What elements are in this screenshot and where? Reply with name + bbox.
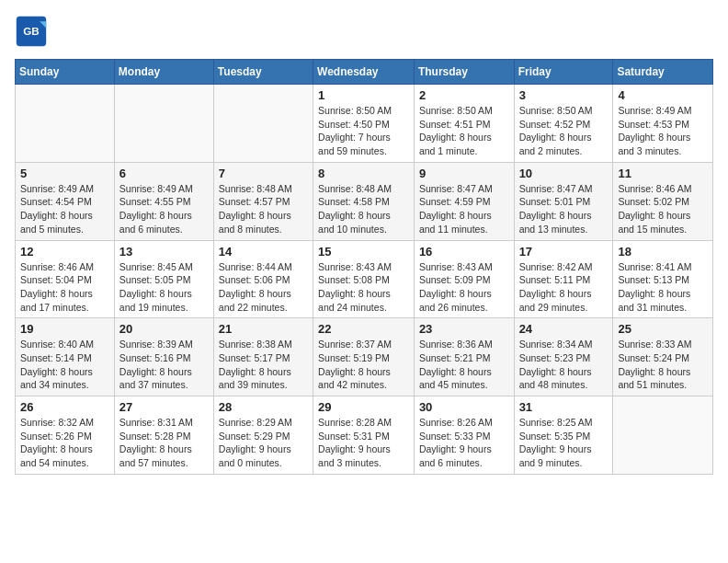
day-cell: 12Sunrise: 8:46 AM Sunset: 5:04 PM Dayli… [16,240,115,318]
day-info: Sunrise: 8:47 AM Sunset: 5:01 PM Dayligh… [519,182,609,236]
day-number: 18 [618,245,708,259]
day-info: Sunrise: 8:26 AM Sunset: 5:33 PM Dayligh… [419,416,509,470]
day-info: Sunrise: 8:50 AM Sunset: 4:52 PM Dayligh… [519,104,609,158]
day-info: Sunrise: 8:25 AM Sunset: 5:35 PM Dayligh… [519,416,609,470]
day-number: 7 [219,167,308,180]
day-info: Sunrise: 8:48 AM Sunset: 4:58 PM Dayligh… [318,182,409,236]
day-cell: 28Sunrise: 8:29 AM Sunset: 5:29 PM Dayli… [213,396,313,475]
day-number: 20 [119,322,209,336]
day-info: Sunrise: 8:36 AM Sunset: 5:21 PM Dayligh… [419,338,509,392]
day-info: Sunrise: 8:38 AM Sunset: 5:17 PM Dayligh… [219,338,308,392]
logo: GB [15,15,51,48]
day-info: Sunrise: 8:31 AM Sunset: 5:28 PM Dayligh… [119,416,209,470]
day-number: 14 [219,245,308,259]
day-info: Sunrise: 8:37 AM Sunset: 5:19 PM Dayligh… [318,338,409,392]
day-cell: 7Sunrise: 8:48 AM Sunset: 4:57 PM Daylig… [213,162,313,240]
day-cell [613,396,713,475]
day-number: 23 [419,322,509,336]
day-info: Sunrise: 8:50 AM Sunset: 4:51 PM Dayligh… [419,104,509,158]
day-number: 2 [419,88,509,102]
day-info: Sunrise: 8:41 AM Sunset: 5:13 PM Dayligh… [618,260,708,315]
weekday-header: Tuesday [213,60,313,85]
week-row: 26Sunrise: 8:32 AM Sunset: 5:26 PM Dayli… [16,396,713,475]
day-cell: 9Sunrise: 8:47 AM Sunset: 4:59 PM Daylig… [414,162,514,240]
day-number: 6 [119,167,209,180]
day-info: Sunrise: 8:50 AM Sunset: 4:50 PM Dayligh… [318,104,409,158]
day-number: 8 [318,167,409,180]
day-number: 31 [519,400,609,414]
day-number: 21 [219,322,308,336]
day-number: 29 [318,400,409,414]
day-number: 19 [20,322,109,336]
day-cell: 18Sunrise: 8:41 AM Sunset: 5:13 PM Dayli… [613,240,713,318]
day-info: Sunrise: 8:46 AM Sunset: 5:02 PM Dayligh… [618,182,708,236]
day-cell: 1Sunrise: 8:50 AM Sunset: 4:50 PM Daylig… [313,85,415,163]
day-cell: 15Sunrise: 8:43 AM Sunset: 5:08 PM Dayli… [313,240,415,318]
weekday-header: Saturday [613,60,713,85]
day-number: 24 [519,322,609,336]
calendar-table: SundayMondayTuesdayWednesdayThursdayFrid… [15,59,713,475]
day-cell: 3Sunrise: 8:50 AM Sunset: 4:52 PM Daylig… [514,85,613,163]
day-cell: 31Sunrise: 8:25 AM Sunset: 5:35 PM Dayli… [514,396,613,475]
day-number: 26 [20,400,109,414]
day-number: 13 [119,245,209,259]
weekday-header: Wednesday [313,60,415,85]
day-cell: 8Sunrise: 8:48 AM Sunset: 4:58 PM Daylig… [313,162,415,240]
day-number: 16 [419,245,509,259]
day-info: Sunrise: 8:49 AM Sunset: 4:54 PM Dayligh… [20,182,109,236]
day-info: Sunrise: 8:43 AM Sunset: 5:08 PM Dayligh… [318,260,409,315]
day-cell: 11Sunrise: 8:46 AM Sunset: 5:02 PM Dayli… [613,162,713,240]
day-cell: 19Sunrise: 8:40 AM Sunset: 5:14 PM Dayli… [16,318,115,396]
day-number: 22 [318,322,409,336]
header: GB [15,15,713,48]
week-row: 19Sunrise: 8:40 AM Sunset: 5:14 PM Dayli… [16,318,713,396]
day-cell: 22Sunrise: 8:37 AM Sunset: 5:19 PM Dayli… [313,318,415,396]
day-number: 11 [618,167,708,180]
day-cell [16,85,115,163]
weekday-header: Friday [514,60,613,85]
weekday-header: Thursday [414,60,514,85]
day-cell: 27Sunrise: 8:31 AM Sunset: 5:28 PM Dayli… [114,396,213,475]
day-number: 4 [618,88,708,102]
day-number: 28 [219,400,308,414]
day-info: Sunrise: 8:40 AM Sunset: 5:14 PM Dayligh… [20,338,109,392]
day-cell: 30Sunrise: 8:26 AM Sunset: 5:33 PM Dayli… [414,396,514,475]
weekday-header: Monday [114,60,213,85]
week-row: 1Sunrise: 8:50 AM Sunset: 4:50 PM Daylig… [16,85,713,163]
day-cell: 6Sunrise: 8:49 AM Sunset: 4:55 PM Daylig… [114,162,213,240]
day-cell: 16Sunrise: 8:43 AM Sunset: 5:09 PM Dayli… [414,240,514,318]
day-number: 27 [119,400,209,414]
svg-text:GB: GB [23,25,40,37]
day-info: Sunrise: 8:49 AM Sunset: 4:55 PM Dayligh… [119,182,209,236]
day-cell: 26Sunrise: 8:32 AM Sunset: 5:26 PM Dayli… [16,396,115,475]
day-cell: 21Sunrise: 8:38 AM Sunset: 5:17 PM Dayli… [213,318,313,396]
day-cell: 2Sunrise: 8:50 AM Sunset: 4:51 PM Daylig… [414,85,514,163]
day-info: Sunrise: 8:33 AM Sunset: 5:24 PM Dayligh… [618,338,708,392]
day-info: Sunrise: 8:49 AM Sunset: 4:53 PM Dayligh… [618,104,708,158]
day-info: Sunrise: 8:47 AM Sunset: 4:59 PM Dayligh… [419,182,509,236]
day-info: Sunrise: 8:48 AM Sunset: 4:57 PM Dayligh… [219,182,308,236]
day-info: Sunrise: 8:46 AM Sunset: 5:04 PM Dayligh… [20,260,109,315]
day-cell [114,85,213,163]
day-cell: 10Sunrise: 8:47 AM Sunset: 5:01 PM Dayli… [514,162,613,240]
day-number: 5 [20,167,109,180]
day-number: 17 [519,245,609,259]
week-row: 12Sunrise: 8:46 AM Sunset: 5:04 PM Dayli… [16,240,713,318]
day-number: 10 [519,167,609,180]
day-number: 1 [318,88,409,102]
day-cell: 4Sunrise: 8:49 AM Sunset: 4:53 PM Daylig… [613,85,713,163]
weekday-header: Sunday [16,60,115,85]
week-row: 5Sunrise: 8:49 AM Sunset: 4:54 PM Daylig… [16,162,713,240]
day-info: Sunrise: 8:39 AM Sunset: 5:16 PM Dayligh… [119,338,209,392]
day-number: 30 [419,400,509,414]
day-info: Sunrise: 8:43 AM Sunset: 5:09 PM Dayligh… [419,260,509,315]
day-cell: 25Sunrise: 8:33 AM Sunset: 5:24 PM Dayli… [613,318,713,396]
day-info: Sunrise: 8:29 AM Sunset: 5:29 PM Dayligh… [219,416,308,470]
day-cell: 17Sunrise: 8:42 AM Sunset: 5:11 PM Dayli… [514,240,613,318]
day-cell [213,85,313,163]
day-number: 9 [419,167,509,180]
day-number: 15 [318,245,409,259]
day-cell: 5Sunrise: 8:49 AM Sunset: 4:54 PM Daylig… [16,162,115,240]
day-info: Sunrise: 8:45 AM Sunset: 5:05 PM Dayligh… [119,260,209,315]
day-number: 12 [20,245,109,259]
